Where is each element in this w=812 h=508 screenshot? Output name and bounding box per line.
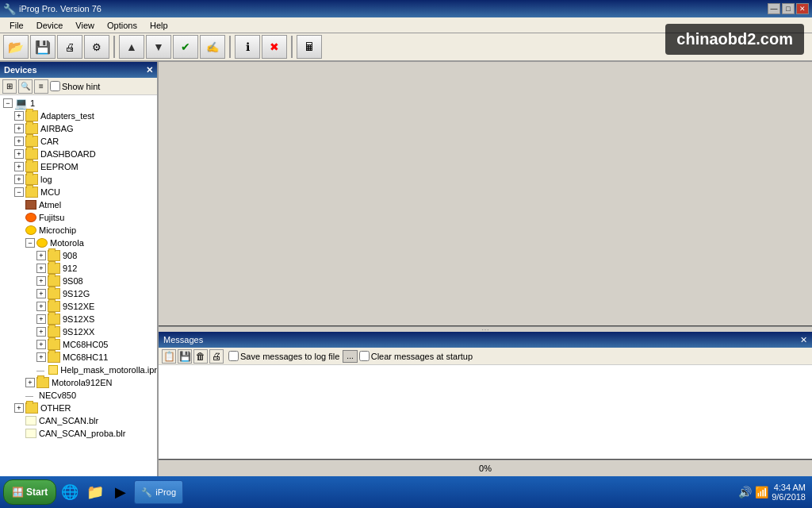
minimize-button[interactable]: — xyxy=(768,3,780,14)
save-button[interactable]: 💾 xyxy=(30,35,56,59)
start-button[interactable]: 🪟 Start xyxy=(3,479,56,505)
info-button[interactable]: ℹ xyxy=(235,35,260,59)
9s12xx-label: 9S12XX xyxy=(63,327,94,337)
tree-item-9s12xe[interactable]: + 9S12XE xyxy=(0,300,157,313)
folder-adapters-icon xyxy=(25,110,38,121)
main-area: Devices ✕ ⊞ 🔍 ≡ Show hint − 💻 1 + Adapt xyxy=(0,62,812,476)
folder-9s12xx-icon xyxy=(48,326,60,337)
menu-item-view[interactable]: View xyxy=(69,20,101,31)
print-button[interactable]: 🖨 xyxy=(57,35,82,59)
toggle-mc68hc05[interactable]: + xyxy=(36,340,46,349)
tree-item-airbag[interactable]: + AIRBAG xyxy=(0,122,157,135)
menu-item-options[interactable]: Options xyxy=(101,20,144,31)
log-label: log xyxy=(40,175,52,184)
toggle-eeprom[interactable]: + xyxy=(14,162,24,171)
toggle-airbag[interactable]: + xyxy=(14,124,24,133)
calc-button[interactable]: 🖩 xyxy=(297,35,322,59)
toggle-9s12xe[interactable]: + xyxy=(36,302,46,311)
9s12g-label: 9S12G xyxy=(63,289,90,298)
network-icon[interactable]: 📶 xyxy=(755,486,768,498)
folder-other-icon xyxy=(25,402,38,414)
clock[interactable]: 4:34 AM 9/6/2018 xyxy=(772,483,806,502)
tree-item-fujitsu[interactable]: Fujitsu xyxy=(0,211,157,224)
open-button[interactable]: 📂 xyxy=(3,35,29,59)
tree-item-dashboard[interactable]: + DASHBOARD xyxy=(0,148,157,160)
check-button[interactable]: ✔ xyxy=(173,35,198,59)
toggle-9s08[interactable]: + xyxy=(36,276,46,286)
write-button[interactable]: ✍ xyxy=(200,35,225,59)
folder-mcu-icon xyxy=(25,187,38,198)
clear-startup-checkbox[interactable] xyxy=(359,351,370,361)
tree-item-root[interactable]: − 💻 1 xyxy=(0,97,157,110)
toggle-9s12xs[interactable]: + xyxy=(36,314,46,324)
tree-item-mcu[interactable]: − MCU xyxy=(0,186,157,198)
grid-view-button[interactable]: ⊞ xyxy=(2,79,17,94)
tree-item-car[interactable]: + CAR xyxy=(0,135,157,148)
tree-item-908[interactable]: + 908 xyxy=(0,249,157,262)
file-help-icon xyxy=(48,365,58,375)
tree-item-912[interactable]: + 912 xyxy=(0,262,157,275)
show-hint-checkbox[interactable] xyxy=(50,81,60,91)
toggle-mcu[interactable]: − xyxy=(14,187,24,197)
save-log-checkbox[interactable] xyxy=(228,351,239,361)
tree-item-other[interactable]: + OTHER xyxy=(0,402,157,414)
toggle-car[interactable]: + xyxy=(14,137,24,146)
tree-item-motorola912en[interactable]: + Motorola912EN xyxy=(0,376,157,389)
down-button[interactable]: ▼ xyxy=(146,35,171,59)
toggle-mc68hc11[interactable]: + xyxy=(36,352,46,362)
tree-item-can-scan-proba[interactable]: CAN_SCAN_proba.blr xyxy=(0,427,157,440)
toggle-log[interactable]: + xyxy=(14,175,24,184)
settings-button[interactable]: ⚙ xyxy=(84,35,109,59)
tree-item-mc68hc11[interactable]: + MC68HC11 xyxy=(0,351,157,364)
messages-body xyxy=(159,365,812,459)
toggle-motorola912en[interactable]: + xyxy=(25,378,35,387)
tree-item-eeprom[interactable]: + EEPROM xyxy=(0,160,157,173)
tree-item-atmel[interactable]: Atmel xyxy=(0,198,157,211)
msg-clear-button[interactable]: 🗑 xyxy=(193,349,208,364)
adapters-label: Adapters_test xyxy=(40,111,94,121)
menu-item-device[interactable]: Device xyxy=(30,20,70,31)
tree-item-log[interactable]: + log xyxy=(0,173,157,186)
root-icon: 💻 xyxy=(14,97,28,110)
tree-item-adapters[interactable]: + Adapters_test xyxy=(0,110,157,122)
tree-item-9s12xs[interactable]: + 9S12XS xyxy=(0,313,157,325)
msg-print-button[interactable]: 🖨 xyxy=(209,349,224,364)
tree-item-9s08[interactable]: + 9S08 xyxy=(0,275,157,287)
toggle-912[interactable]: + xyxy=(36,264,46,273)
tree-item-necv850[interactable]: — NECv850 xyxy=(0,389,157,402)
devices-close-icon[interactable]: ✕ xyxy=(146,65,153,75)
stop-button[interactable]: ✖ xyxy=(262,35,287,59)
toggle-dashboard[interactable]: + xyxy=(14,149,24,159)
close-button[interactable]: ✕ xyxy=(796,3,809,14)
browse-log-button[interactable]: ... xyxy=(343,350,357,363)
toggle-9s12xx[interactable]: + xyxy=(36,327,46,337)
tree-item-can-scan[interactable]: CAN_SCAN.blr xyxy=(0,414,157,427)
toggle-9s12g[interactable]: + xyxy=(36,289,46,298)
iprog-taskbar-app[interactable]: 🔧 iProg xyxy=(134,480,183,504)
toggle-other[interactable]: + xyxy=(14,403,24,413)
search-button[interactable]: 🔍 xyxy=(18,79,33,94)
ie-taskbar-button[interactable]: 🌐 xyxy=(58,480,82,504)
msg-copy-button[interactable]: 📋 xyxy=(162,349,176,364)
tree-item-mc68hc05[interactable]: + MC68HC05 xyxy=(0,338,157,351)
menu-item-help[interactable]: Help xyxy=(144,20,174,31)
up-button[interactable]: ▲ xyxy=(119,35,144,59)
tree-item-9s12xx[interactable]: + 9S12XX xyxy=(0,325,157,338)
speaker-icon[interactable]: 🔊 xyxy=(738,486,752,498)
msg-save-button[interactable]: 💾 xyxy=(178,349,192,364)
list-button[interactable]: ≡ xyxy=(34,79,48,94)
mc68hc11-label: MC68HC11 xyxy=(63,352,108,362)
toggle-adapters[interactable]: + xyxy=(14,111,24,121)
tree-item-motorola[interactable]: − Motorola xyxy=(0,237,157,249)
tree-item-microchip[interactable]: Microchip xyxy=(0,224,157,237)
folder-taskbar-button[interactable]: 📁 xyxy=(83,480,107,504)
messages-close-icon[interactable]: ✕ xyxy=(800,335,807,345)
media-taskbar-button[interactable]: ▶ xyxy=(109,480,132,504)
tree-item-help-mask[interactable]: — Help_mask_motorolla.ipr xyxy=(0,364,157,376)
menu-item-file[interactable]: File xyxy=(3,20,30,31)
toggle-908[interactable]: + xyxy=(36,251,46,260)
toggle-root[interactable]: − xyxy=(3,98,13,108)
maximize-button[interactable]: □ xyxy=(782,3,795,14)
tree-item-9s12g[interactable]: + 9S12G xyxy=(0,287,157,300)
toggle-motorola[interactable]: − xyxy=(25,238,35,248)
